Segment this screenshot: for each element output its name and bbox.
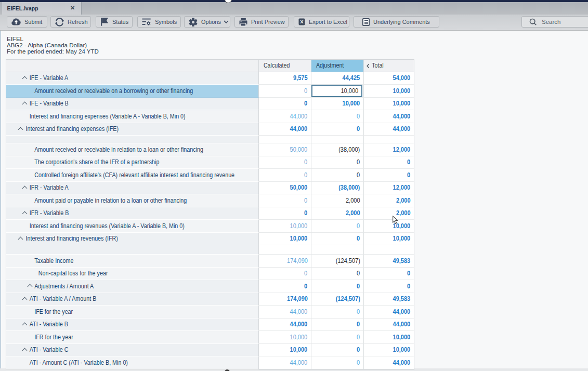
svg-text:X: X (300, 19, 304, 24)
